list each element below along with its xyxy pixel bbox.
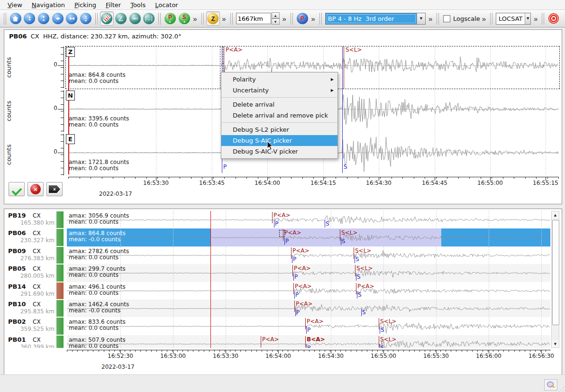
theoretical-p-button[interactable]: P bbox=[295, 11, 310, 26]
phase-line[interactable] bbox=[356, 273, 356, 281]
phase-line[interactable] bbox=[293, 273, 294, 281]
pick-line[interactable] bbox=[293, 283, 294, 294]
menu-item-locator[interactable]: Locator bbox=[150, 1, 182, 9]
pick-line[interactable] bbox=[356, 283, 356, 294]
time-window-spinbox[interactable]: ▲▼ bbox=[236, 12, 280, 25]
context-menu-item-delete-arrival[interactable]: Delete arrival bbox=[221, 99, 337, 110]
toolbar-handle[interactable] bbox=[158, 13, 161, 25]
phase-line[interactable] bbox=[295, 309, 296, 316]
phase-line[interactable] bbox=[284, 237, 285, 245]
phase-line[interactable] bbox=[306, 326, 307, 334]
toolbar-handle[interactable] bbox=[437, 13, 439, 25]
scroll-up-icon[interactable]: ▲ bbox=[552, 211, 559, 219]
context-menu-item-debug-s-aic-picker[interactable]: Debug S-AIC picker bbox=[221, 135, 337, 146]
pick-line[interactable] bbox=[379, 336, 379, 347]
discard-next-button[interactable]: × bbox=[46, 182, 63, 196]
time-measure-tool-button[interactable]: ↔ bbox=[142, 11, 156, 26]
pick-line[interactable] bbox=[379, 318, 379, 329]
scrollbar-thumb[interactable] bbox=[552, 220, 559, 325]
phase-line-s[interactable] bbox=[342, 46, 343, 173]
time-zoom-out-button[interactable]: ◀▶ bbox=[51, 11, 65, 26]
context-menu-item-uncertainty[interactable]: Uncertainty▶ bbox=[221, 85, 337, 96]
toolbar-handle[interactable] bbox=[542, 13, 544, 25]
reject-pick-button[interactable]: × bbox=[27, 182, 44, 196]
filter-select[interactable]: BP 4 - 8 Hz 3rd order ▼ bbox=[325, 13, 426, 25]
status-tool-button[interactable] bbox=[544, 379, 557, 391]
phase-line[interactable] bbox=[361, 309, 362, 316]
toolbar-overflow-button[interactable]: » bbox=[193, 15, 197, 23]
context-menu-item-debug-s-aic-v-picker[interactable]: Debug S-AIC-V picker bbox=[221, 146, 337, 157]
menu-item-view[interactable]: View bbox=[3, 1, 27, 9]
pick-s-button[interactable]: S◂ bbox=[177, 11, 191, 26]
home-button[interactable] bbox=[9, 11, 23, 26]
locator-select[interactable]: LOCSAT ▼ bbox=[496, 13, 531, 25]
toolbar-overflow-button[interactable]: » bbox=[282, 15, 286, 23]
toolbar-handle[interactable] bbox=[4, 13, 6, 25]
menu-item-filter[interactable]: Filter bbox=[101, 1, 126, 9]
grid-line bbox=[278, 211, 279, 348]
context-menu-item-debug-s-l2-picker[interactable]: Debug S-L2 picker bbox=[221, 124, 337, 135]
amplitude-normalize-button[interactable]: ▼▲ bbox=[36, 11, 51, 26]
spin-down-icon[interactable]: ▼ bbox=[272, 18, 280, 25]
toolbar-overflow-button[interactable]: » bbox=[428, 15, 432, 23]
scroll-down-icon[interactable]: ▼ bbox=[552, 340, 559, 347]
time-axis-minor-tick bbox=[302, 177, 303, 179]
pick-line[interactable] bbox=[305, 318, 306, 329]
menu-item-tools[interactable]: Tools bbox=[126, 1, 150, 9]
locate-button[interactable] bbox=[547, 11, 561, 26]
phase-label-tool-button[interactable]: ABC bbox=[128, 11, 142, 26]
pick-line[interactable] bbox=[294, 301, 295, 312]
toolbar-handle[interactable] bbox=[201, 13, 204, 25]
menu-item-navigation[interactable]: Navigation bbox=[27, 1, 70, 9]
context-menu-item-delete-arrival-and-remove-pick[interactable]: Delete arrival and remove pick bbox=[221, 110, 337, 121]
pick-line[interactable] bbox=[283, 229, 283, 241]
phase-line[interactable] bbox=[292, 255, 292, 263]
phase-line[interactable] bbox=[380, 344, 380, 348]
ruler-pick-button[interactable] bbox=[100, 11, 114, 26]
phase-line[interactable] bbox=[355, 255, 355, 263]
resize-grip[interactable] bbox=[557, 385, 565, 392]
pick-line[interactable] bbox=[305, 336, 306, 347]
amplitude-zoom-button[interactable]: ▲▼ bbox=[23, 11, 37, 26]
pick-line[interactable] bbox=[344, 46, 344, 89]
bottom-traces-panel[interactable]: PB19CX165.380 kmPB06CX230.327 kmPB09CX27… bbox=[4, 209, 562, 375]
component-z-button[interactable]: Z bbox=[206, 11, 220, 26]
phase-line[interactable] bbox=[325, 220, 325, 228]
time-window-input[interactable] bbox=[236, 13, 271, 24]
phase-line[interactable] bbox=[380, 326, 380, 334]
toolbar-overflow-button[interactable]: » bbox=[311, 15, 315, 23]
toolbar-handle[interactable] bbox=[490, 13, 492, 25]
pick-line[interactable] bbox=[355, 265, 355, 276]
toolbar-handle[interactable] bbox=[291, 13, 293, 25]
phase-line[interactable] bbox=[294, 291, 295, 299]
pick-line[interactable] bbox=[291, 247, 292, 259]
pick-line[interactable] bbox=[292, 265, 293, 276]
toolbar-handle[interactable] bbox=[319, 13, 322, 25]
spin-up-icon[interactable]: ▲ bbox=[272, 12, 280, 18]
phase-line[interactable] bbox=[341, 237, 341, 245]
phase-line[interactable] bbox=[357, 291, 357, 299]
pick-line[interactable] bbox=[340, 229, 340, 241]
toolbar-overflow-button[interactable]: » bbox=[534, 15, 538, 23]
angle-tool-button[interactable]: ∠ bbox=[114, 11, 128, 26]
chevron-down-icon[interactable]: ▼ bbox=[417, 13, 425, 24]
phase-line[interactable] bbox=[306, 344, 307, 348]
toolbar-overflow-button[interactable]: » bbox=[222, 15, 226, 23]
pick-line[interactable] bbox=[272, 212, 273, 223]
toolbar-overflow-button[interactable]: » bbox=[482, 15, 486, 23]
pick-line[interactable] bbox=[354, 247, 354, 259]
context-menu-item-polarity[interactable]: Polarity▶ bbox=[221, 74, 337, 85]
menu-item-picking[interactable]: Picking bbox=[70, 1, 101, 9]
trace-rows-area[interactable]: amax: 3056.9 countsmean: 0.0 countsamax:… bbox=[67, 211, 550, 348]
vertical-scrollbar[interactable]: ▲ ▼ bbox=[551, 211, 559, 348]
toolbar-handle[interactable] bbox=[230, 13, 233, 25]
confirm-pick-button[interactable] bbox=[9, 182, 25, 196]
pick-line[interactable] bbox=[261, 336, 261, 347]
pick-p-button[interactable]: P▸ bbox=[163, 11, 177, 26]
logscale-checkbox[interactable] bbox=[443, 15, 450, 22]
chevron-down-icon[interactable]: ▼ bbox=[525, 13, 530, 24]
time-zoom-in-button[interactable]: ▶◀ bbox=[64, 11, 79, 26]
amplitude-fit-button[interactable]: ▲▼ bbox=[79, 11, 93, 26]
phase-line[interactable] bbox=[274, 220, 274, 228]
toolbar-handle[interactable] bbox=[95, 13, 98, 25]
